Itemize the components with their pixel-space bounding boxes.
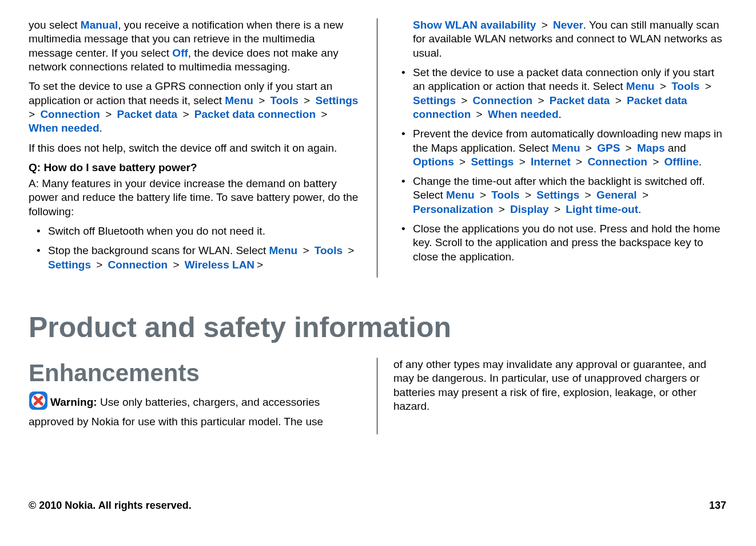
nav-path-maps2: Options > Settings > Internet > Connecti… xyxy=(413,156,699,168)
lower-columns: Enhancements Warning: Use only batteries… xyxy=(29,358,726,434)
answer-battery: A: Many features in your device increase… xyxy=(29,177,361,219)
battery-tips-list-cont: Set the device to use a packet data conn… xyxy=(393,66,726,264)
nav-path-backlight: Menu > Tools > Settings > General > Pers… xyxy=(413,189,651,215)
menu-item: Personalization xyxy=(413,203,493,215)
column-right: Show WLAN availability > Never. You can … xyxy=(377,18,726,278)
tip-wlan-scan-cont: Show WLAN availability > Never. You can … xyxy=(393,18,726,60)
menu-item: Settings xyxy=(48,259,91,271)
menu-item: Menu xyxy=(446,189,475,201)
menu-item: Settings xyxy=(315,94,358,106)
question-battery: Q: How do I save battery power? xyxy=(29,161,361,175)
menu-item: GPS xyxy=(597,142,620,154)
warning-icon xyxy=(29,391,48,414)
tip-backlight: Change the time-out after which the back… xyxy=(393,175,726,216)
nav-path-wlan-cont: Show WLAN availability > Never xyxy=(413,19,583,31)
menu-item: Offline xyxy=(665,156,699,168)
menu-item: Wireless LAN xyxy=(185,259,254,271)
menu-item: Menu xyxy=(626,80,655,92)
warning-paragraph: Warning: Use only batteries, chargers, a… xyxy=(29,391,361,429)
nav-path-maps1: Menu > GPS > Maps xyxy=(552,142,665,154)
menu-item: Settings xyxy=(413,94,456,106)
paragraph-gprs: To set the device to use a GPRS connecti… xyxy=(29,80,361,135)
menu-item: When needed xyxy=(29,122,100,134)
menu-item: Display xyxy=(510,203,549,215)
page-footer: © 2010 Nokia. All rights reserved. 137 xyxy=(29,500,726,512)
menu-item: Tools xyxy=(491,189,519,201)
menu-item: Tools xyxy=(270,94,299,106)
menu-item: Settings xyxy=(471,156,514,168)
column-left: you select Manual, you receive a notific… xyxy=(29,18,377,278)
menu-item: Settings xyxy=(536,189,579,201)
menu-item: Show WLAN availability xyxy=(413,19,536,31)
lower-column-right: of any other types may invalidate any ap… xyxy=(377,358,726,434)
page-number: 137 xyxy=(709,500,726,512)
tip-bluetooth: Switch off Bluetooth when you do not nee… xyxy=(29,224,361,238)
menu-item: Menu xyxy=(269,244,298,256)
menu-item: Menu xyxy=(552,142,580,154)
warning-text-cont: of any other types may invalidate any ap… xyxy=(393,358,726,413)
menu-item: Packet data xyxy=(117,108,178,120)
page: you select Manual, you receive a notific… xyxy=(0,0,756,546)
menu-item: Connection xyxy=(40,108,100,120)
menu-manual: Manual xyxy=(81,19,118,31)
menu-item: Options xyxy=(413,156,454,168)
menu-item: Light time-out xyxy=(566,203,638,215)
menu-item: Connection xyxy=(473,94,533,106)
menu-item: Connection xyxy=(587,156,647,168)
menu-item: Never xyxy=(553,19,583,31)
menu-item: Tools xyxy=(315,244,343,256)
menu-off: Off xyxy=(172,47,188,59)
tip-close-apps: Close the applications you do not use. P… xyxy=(393,222,726,264)
menu-item: Packet data connection xyxy=(194,108,316,120)
warning-label: Warning: xyxy=(50,396,100,408)
menu-item: When needed xyxy=(488,108,559,120)
menu-item: Menu xyxy=(225,94,253,106)
tip-maps: Prevent the device from automatically do… xyxy=(393,127,726,169)
copyright: © 2010 Nokia. All rights reserved. xyxy=(29,500,192,512)
paragraph-mm-retrieval: you select Manual, you receive a notific… xyxy=(29,18,361,74)
lower-column-left: Enhancements Warning: Use only batteries… xyxy=(29,358,377,434)
menu-item: Tools xyxy=(671,80,699,92)
tip-packet-data: Set the device to use a packet data conn… xyxy=(393,66,726,121)
menu-item: Maps xyxy=(637,142,665,154)
heading-product-safety: Product and safety information xyxy=(29,311,726,344)
paragraph-restart: If this does not help, switch the device… xyxy=(29,141,361,155)
tip-wlan-scan: Stop the background scans for WLAN. Sele… xyxy=(29,244,361,272)
menu-item: Packet data xyxy=(550,94,610,106)
menu-item: General xyxy=(596,189,637,201)
battery-tips-list: Switch off Bluetooth when you do not nee… xyxy=(29,224,361,272)
upper-columns: you select Manual, you receive a notific… xyxy=(29,18,726,278)
menu-item: Internet xyxy=(531,156,571,168)
menu-item: Connection xyxy=(108,259,168,271)
heading-enhancements: Enhancements xyxy=(29,358,361,389)
